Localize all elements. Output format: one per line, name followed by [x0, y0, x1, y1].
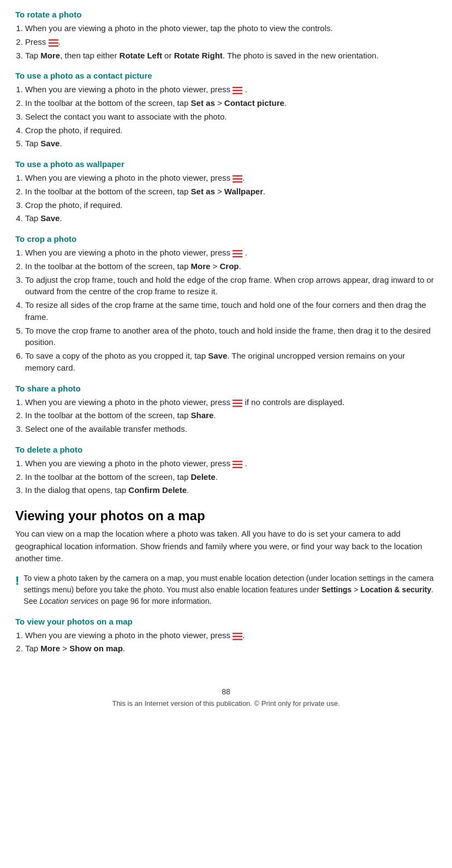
heading-delete: To delete a photo: [15, 445, 437, 454]
menu-icon: [49, 38, 58, 46]
section-rotate: To rotate a photo When you are viewing a…: [15, 10, 437, 61]
page-content: To rotate a photo When you are viewing a…: [15, 10, 437, 708]
menu-icon: [233, 249, 242, 257]
step-crop-6: To save a copy of the photo as you cropp…: [25, 350, 437, 374]
page-footer: 88 This is an Internet version of this p…: [15, 687, 437, 708]
svg-rect-11: [233, 256, 242, 258]
step-delete-2: In the toolbar at the bottom of the scre…: [25, 471, 437, 483]
svg-rect-10: [233, 253, 242, 255]
step-contact-5: Tap Save.: [25, 138, 437, 150]
svg-rect-9: [233, 250, 242, 252]
step-crop-1: When you are viewing a photo in the phot…: [25, 247, 437, 259]
section-contact: To use a photo as a contact picture When…: [15, 71, 437, 150]
step-share-2: In the toolbar at the bottom of the scre…: [25, 409, 437, 421]
bold-contactpic: Contact picture: [224, 98, 284, 108]
svg-rect-2: [49, 45, 58, 47]
menu-icon: [233, 86, 242, 93]
heading-rotate: To rotate a photo: [15, 10, 437, 19]
steps-share: When you are viewing a photo in the phot…: [25, 396, 437, 435]
bold-more-crop: More: [191, 261, 211, 271]
svg-rect-1: [49, 42, 58, 44]
steps-rotate: When you are viewing a photo in the phot…: [25, 22, 437, 61]
copyright-text: This is an Internet version of this publ…: [15, 699, 437, 708]
step-wallpaper-4: Tap Save.: [25, 212, 437, 224]
menu-icon: [233, 399, 242, 406]
bold-save: Save: [40, 139, 60, 148]
bold-setas: Set as: [191, 98, 215, 108]
svg-rect-14: [233, 406, 242, 407]
menu-icon: [233, 460, 242, 467]
svg-rect-8: [233, 181, 242, 183]
step-viewmap-2: Tap More > Show on map.: [25, 643, 437, 655]
steps-crop: When you are viewing a photo in the phot…: [25, 247, 437, 374]
step-contact-1: When you are viewing a photo in the phot…: [25, 84, 437, 96]
note-icon: !: [15, 574, 19, 588]
note-text: To view a photo taken by the camera on a…: [23, 573, 437, 607]
svg-rect-19: [233, 635, 242, 637]
step-wallpaper-1: When you are viewing a photo in the phot…: [25, 172, 437, 184]
bold-show-map: Show on map: [69, 644, 123, 653]
bold-more-map: More: [40, 644, 60, 653]
bold-crop: Crop: [219, 261, 239, 271]
steps-delete: When you are viewing a photo in the phot…: [25, 457, 437, 496]
menu-icon: [233, 174, 242, 182]
bold-settings: Settings: [322, 585, 352, 594]
section-wallpaper: To use a photo as wallpaper When you are…: [15, 159, 437, 224]
step-crop-3: To adjust the crop frame, touch and hold…: [25, 274, 437, 298]
svg-rect-6: [233, 175, 242, 177]
step-share-1: When you are viewing a photo in the phot…: [25, 396, 437, 408]
svg-rect-3: [233, 87, 242, 88]
step-share-3: Select one of the available transfer met…: [25, 423, 437, 435]
section-crop: To crop a photo When you are viewing a p…: [15, 234, 437, 374]
step-delete-3: In the dialog that opens, tap Confirm De…: [25, 484, 437, 496]
step-contact-4: Crop the photo, if required.: [25, 124, 437, 136]
step-contact-3: Select the contact you want to associate…: [25, 111, 437, 123]
step-rotate-1: When you are viewing a photo in the phot…: [25, 22, 437, 34]
bold-save-crop: Save: [208, 351, 227, 360]
svg-rect-15: [233, 461, 242, 462]
bold-save-wp: Save: [40, 213, 60, 223]
steps-wallpaper: When you are viewing a photo in the phot…: [25, 172, 437, 224]
svg-rect-0: [49, 39, 58, 41]
section-share: To share a photo When you are viewing a …: [15, 384, 437, 435]
step-contact-2: In the toolbar at the bottom of the scre…: [25, 97, 437, 109]
bold-setas-wp: Set as: [191, 187, 215, 196]
subsection-view-map: To view your photos on a map When you ar…: [15, 617, 437, 655]
step-wallpaper-2: In the toolbar at the bottom of the scre…: [25, 186, 437, 198]
note-block: ! To view a photo taken by the camera on…: [15, 573, 437, 607]
bold-confirm-delete: Confirm Delete: [128, 485, 187, 495]
svg-rect-12: [233, 400, 242, 401]
map-body-text: You can view on a map the location where…: [15, 528, 437, 565]
svg-rect-13: [233, 402, 242, 404]
step-rotate-3: Tap More, then tap either Rotate Left or…: [25, 50, 437, 62]
step-rotate-2: Press .: [25, 36, 437, 48]
svg-rect-20: [233, 639, 242, 640]
steps-view-map: When you are viewing a photo in the phot…: [25, 629, 437, 655]
section-map: Viewing your photos on a map You can vie…: [15, 508, 437, 655]
svg-rect-5: [233, 93, 242, 94]
section-delete: To delete a photo When you are viewing a…: [15, 445, 437, 496]
svg-rect-17: [233, 467, 242, 468]
svg-rect-7: [233, 179, 242, 180]
step-crop-2: In the toolbar at the bottom of the scre…: [25, 260, 437, 272]
heading-share: To share a photo: [15, 384, 437, 393]
heading-map-big: Viewing your photos on a map: [15, 508, 437, 524]
bold-rotate-right: Rotate Right: [174, 51, 223, 60]
svg-rect-16: [233, 463, 242, 465]
step-viewmap-1: When you are viewing a photo in the phot…: [25, 629, 437, 641]
step-delete-1: When you are viewing a photo in the phot…: [25, 457, 437, 469]
heading-view-map: To view your photos on a map: [15, 617, 437, 626]
bold-share: Share: [191, 411, 214, 420]
heading-crop: To crop a photo: [15, 234, 437, 243]
bold-delete: Delete: [191, 472, 216, 481]
step-wallpaper-3: Crop the photo, if required.: [25, 199, 437, 211]
heading-wallpaper: To use a photo as wallpaper: [15, 159, 437, 169]
bold-more: More: [40, 51, 60, 60]
menu-icon: [233, 632, 242, 639]
step-crop-4: To resize all sides of the crop frame at…: [25, 299, 437, 323]
svg-rect-4: [233, 90, 242, 92]
page-number: 88: [15, 687, 437, 696]
step-crop-5: To move the crop frame to another area o…: [25, 325, 437, 349]
italic-location-services: Location services: [39, 597, 98, 605]
bold-rotate-left: Rotate Left: [120, 51, 162, 60]
